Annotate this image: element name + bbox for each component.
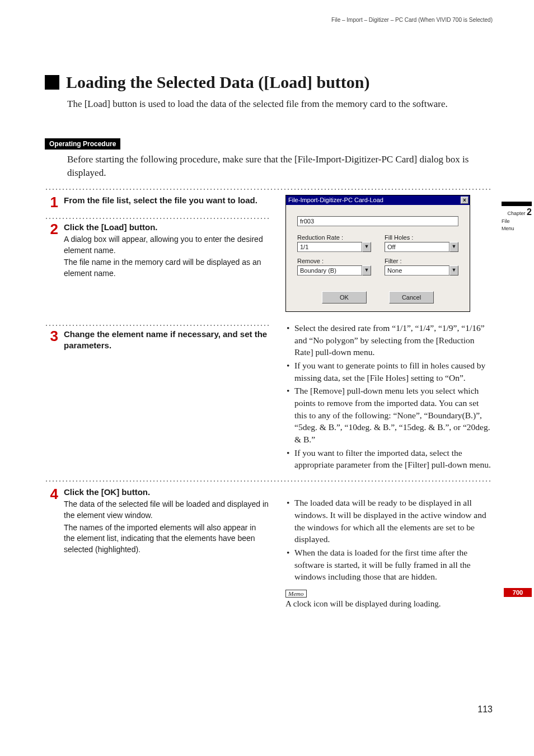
tab-bar: [502, 202, 532, 206]
divider: [45, 188, 493, 190]
heading-marker: [45, 75, 59, 90]
intro-text: Before starting the following procedure,…: [67, 153, 493, 180]
step-number: 2: [45, 222, 58, 236]
chapter-sub: Menu: [502, 226, 532, 232]
step-number: 3: [45, 329, 58, 343]
page-title: Loading the Selected Data ([Load] button…: [66, 73, 370, 92]
cancel-button[interactable]: Cancel: [389, 291, 434, 304]
chevron-down-icon[interactable]: ▼: [362, 265, 371, 276]
step-title: From the file list, select the file you …: [64, 195, 269, 206]
dialog-title: File-Import-Digitizer-PC Card-Load: [288, 197, 383, 203]
step-title: Change the element name if necessary, an…: [64, 329, 269, 352]
step-number: 1: [45, 195, 58, 209]
step-title: Click the [Load] button.: [64, 222, 269, 233]
chapter-number: 2: [527, 207, 532, 217]
filter-select[interactable]: None: [385, 265, 449, 276]
filter-label: Filter :: [385, 258, 458, 264]
remove-select[interactable]: Boundary (B): [297, 265, 362, 276]
memo-label: Memo: [285, 590, 307, 598]
divider: [45, 324, 269, 326]
list-item: If you want to generate points to fill i…: [285, 360, 493, 384]
list-item: Select the desired rate from “1/1”, “1/4…: [285, 322, 493, 358]
list-item: If you want to filter the imported data,…: [285, 447, 493, 471]
list-item: When the data is loaded for the first ti…: [285, 547, 493, 583]
reduction-rate-select[interactable]: 1/1: [297, 242, 362, 252]
reduction-rate-label: Reduction Rate :: [297, 234, 371, 241]
list-item: The [Remove] pull-down menu lets you sel…: [285, 385, 493, 445]
ok-button[interactable]: OK: [322, 291, 367, 304]
divider: [45, 217, 269, 220]
model-badge: 700: [504, 588, 532, 597]
step-body: The data of the selected file will be lo…: [64, 499, 269, 521]
step-title: Click the [OK] button.: [64, 487, 269, 498]
breadcrumb: File – Import – Digitizer – PC Card (Whe…: [331, 17, 493, 23]
memo-text: A clock icon will be displayed during lo…: [285, 599, 493, 609]
chevron-down-icon[interactable]: ▼: [449, 265, 458, 276]
lead-text: The [Load] button is used to load the da…: [67, 97, 493, 111]
step-body: The names of the imported elements will …: [64, 522, 269, 556]
fill-holes-select[interactable]: Off: [385, 242, 449, 252]
load-dialog: File-Import-Digitizer-PC Card-Load × fr0…: [285, 195, 470, 312]
element-name-input[interactable]: fr003: [297, 216, 458, 226]
chapter-sub: File: [502, 218, 532, 225]
chevron-down-icon[interactable]: ▼: [449, 242, 458, 252]
step-number: 4: [45, 487, 58, 501]
step-body: The file name in the memory card will be…: [64, 257, 269, 279]
chapter-prefix: Chapter: [508, 211, 526, 216]
list-item: The loaded data will be ready to be disp…: [285, 497, 493, 545]
chevron-down-icon[interactable]: ▼: [362, 242, 371, 252]
chapter-tab: Chapter 2 File Menu: [502, 202, 532, 232]
fill-holes-label: Fill Holes :: [385, 234, 458, 241]
operating-procedure-label: Operating Procedure: [45, 138, 120, 150]
divider: [45, 480, 493, 482]
step-body: A dialog box will appear, allowing you t…: [64, 234, 269, 256]
remove-label: Remove :: [297, 258, 371, 264]
close-icon[interactable]: ×: [461, 197, 469, 204]
page-number: 113: [477, 704, 493, 715]
